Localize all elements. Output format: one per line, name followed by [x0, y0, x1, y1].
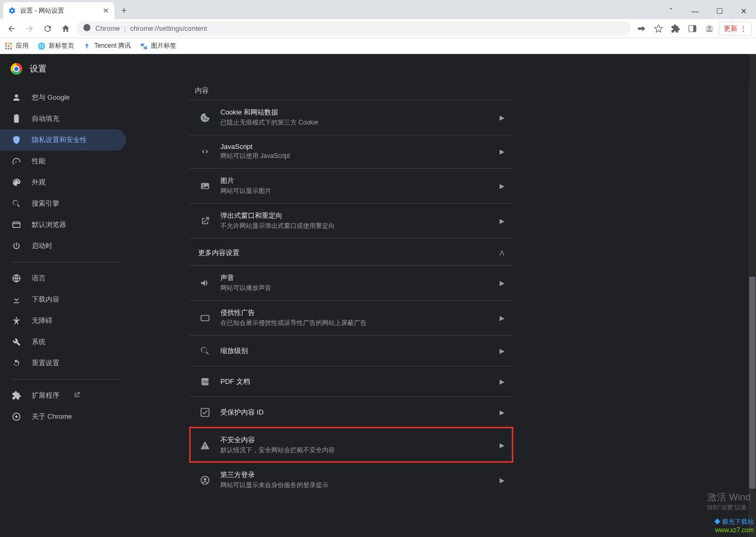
star-icon[interactable]	[651, 21, 666, 36]
svg-point-21	[202, 184, 204, 186]
home-icon[interactable]	[58, 21, 73, 36]
popup-icon	[198, 216, 212, 226]
svg-rect-6	[8, 43, 10, 45]
section-more-content[interactable]: 更多内容设置 ᐱ	[190, 238, 513, 265]
svg-point-17	[16, 317, 17, 319]
person-icon	[12, 93, 21, 102]
browser-icon	[12, 220, 21, 230]
svg-point-27	[204, 478, 207, 480]
clipboard-icon	[12, 114, 21, 124]
svg-point-0	[83, 24, 90, 31]
speedometer-icon	[12, 156, 21, 166]
share-icon[interactable]	[634, 21, 649, 36]
window-caret-icon[interactable]: ˅	[659, 3, 683, 19]
chevron-right-icon: ▶	[500, 182, 504, 190]
zoom-icon	[198, 346, 212, 356]
close-window-icon[interactable]: ✕	[732, 3, 756, 19]
bookmark-image[interactable]: 🐾图片标签	[139, 41, 176, 50]
row-cookies[interactable]: Cookie 和网站数据已阻止无痕模式下的第三方 Cookie ▶	[190, 100, 513, 135]
chevron-right-icon: ▶	[500, 148, 504, 155]
download-icon	[12, 295, 21, 304]
update-label: 更新	[724, 24, 737, 33]
shield-icon	[12, 135, 21, 145]
row-zoom[interactable]: 缩放级别 ▶	[190, 335, 513, 366]
scrollbar-thumb[interactable]	[749, 277, 755, 489]
bookmark-newtab[interactable]: 🌐新标签页	[37, 41, 74, 50]
windows-activation-watermark: 激活 Wind 转到"设置"以激	[707, 491, 751, 512]
sidebar-item-search-engine[interactable]: 搜索引擎	[0, 193, 126, 214]
bookmark-tencent[interactable]: ✝Tencent 腾讯	[83, 41, 131, 50]
sidebar-item-default-browser[interactable]: 默认浏览器	[0, 214, 126, 235]
sidebar-item-appearance[interactable]: 外观	[0, 172, 126, 193]
svg-rect-2	[693, 25, 696, 32]
profile-icon[interactable]	[702, 21, 717, 36]
chrome-icon	[83, 23, 91, 33]
row-javascript[interactable]: JavaScript网站可以使用 JavaScript ▶	[190, 135, 513, 168]
omnibox[interactable]: Chrome | chrome://settings/content	[76, 21, 631, 36]
row-popups[interactable]: 弹出式窗口和重定向不允许网站显示弹出式窗口或使用重定向 ▶	[190, 203, 513, 238]
settings-sidebar: 您与 Google 自动填充 隐私设置和安全性 性能 外观 搜索引擎 默认浏览器…	[0, 54, 132, 537]
sidebar-item-you-and-google[interactable]: 您与 Google	[0, 87, 126, 108]
sidebar-item-privacy[interactable]: 隐私设置和安全性	[0, 129, 126, 151]
sidepanel-icon[interactable]	[685, 21, 700, 36]
chevron-right-icon: ▶	[500, 279, 504, 287]
sidebar-item-downloads[interactable]: 下载内容	[0, 289, 126, 310]
tencent-icon: ✝	[83, 42, 91, 50]
sidebar-item-system[interactable]: 系统	[0, 331, 126, 353]
volume-icon	[198, 278, 212, 288]
chevron-right-icon: ▶	[500, 314, 504, 322]
checkbox-icon	[198, 407, 212, 418]
globe-icon	[12, 274, 21, 283]
svg-rect-7	[10, 43, 12, 45]
sidebar-item-on-startup[interactable]: 启动时	[0, 235, 126, 257]
row-sound[interactable]: 声音网站可以播放声音 ▶	[190, 265, 513, 300]
update-button[interactable]: 更新 ⋮	[719, 22, 752, 36]
apps-shortcut[interactable]: 应用	[4, 41, 29, 50]
sidebar-item-language[interactable]: 语言	[0, 268, 126, 289]
window-controls: ˅ — ☐ ✕	[659, 3, 756, 19]
settings-page: 设置 在设置中搜索 您与 Google 自动填充 隐私设置和安全性 性能 外观 …	[0, 54, 756, 537]
svg-rect-9	[8, 45, 10, 47]
chrome-logo-icon	[11, 63, 22, 75]
svg-rect-14	[13, 222, 20, 228]
account-icon	[198, 475, 212, 486]
row-images[interactable]: 图片网站可以显示图片 ▶	[190, 168, 513, 203]
row-insecure-content[interactable]: 不安全内容默认情况下，安全网站会拦截不安全内容 ▶	[190, 427, 513, 462]
svg-rect-11	[5, 48, 7, 49]
svg-rect-22	[201, 315, 209, 321]
row-pdf[interactable]: PDF PDF 文档 ▶	[190, 366, 513, 397]
code-icon	[198, 146, 212, 157]
sidebar-item-performance[interactable]: 性能	[0, 151, 126, 172]
row-protected-content[interactable]: 受保护内容 ID ▶	[190, 397, 513, 427]
sidebar-divider	[12, 262, 121, 262]
sidebar-item-reset[interactable]: 重置设置	[0, 353, 126, 374]
warning-icon	[198, 440, 212, 451]
window-title-bar: 设置 - 网站设置 ✕ + ˅ — ☐ ✕	[0, 0, 756, 19]
svg-rect-13	[10, 48, 12, 49]
row-third-party-login[interactable]: 第三方登录网站可以显示来自身份服务的登录提示 ▶	[190, 462, 513, 497]
browser-tab[interactable]: 设置 - 网站设置 ✕	[3, 2, 114, 19]
row-ads[interactable]: 侵扰性广告在已知会展示侵扰性或误导性广告的网站上屏蔽广告 ▶	[190, 300, 513, 335]
menu-dots-icon: ⋮	[740, 24, 747, 33]
new-tab-button[interactable]: +	[117, 3, 131, 18]
svg-rect-10	[10, 45, 12, 47]
wrench-icon	[12, 337, 21, 347]
back-icon[interactable]	[4, 21, 19, 36]
chevron-right-icon: ▶	[500, 217, 504, 225]
omnibox-url: chrome://settings/content	[130, 24, 207, 32]
sidebar-item-accessibility[interactable]: 无障碍	[0, 310, 126, 331]
page-scrollbar[interactable]	[749, 54, 756, 537]
minimize-icon[interactable]: —	[683, 3, 707, 19]
reload-icon[interactable]	[40, 21, 55, 36]
section-content: 内容	[190, 86, 513, 100]
extensions-icon[interactable]	[668, 21, 683, 36]
chevron-right-icon: ▶	[500, 477, 504, 484]
sidebar-item-autofill[interactable]: 自动填充	[0, 108, 126, 129]
sidebar-item-extensions[interactable]: 扩展程序	[0, 385, 126, 406]
sidebar-item-about[interactable]: 关于 Chrome	[0, 406, 126, 427]
close-icon[interactable]: ✕	[103, 6, 109, 15]
maximize-icon[interactable]: ☐	[707, 3, 732, 19]
chevron-right-icon: ▶	[500, 442, 504, 449]
chevron-right-icon: ▶	[500, 409, 504, 416]
svg-point-4	[708, 26, 710, 29]
